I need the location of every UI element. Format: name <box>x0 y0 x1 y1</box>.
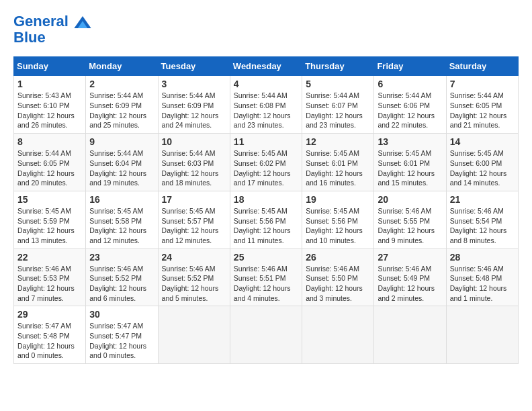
calendar-cell <box>158 306 230 364</box>
day-info: Sunrise: 5:46 AMSunset: 5:53 PMDaylight:… <box>17 264 82 304</box>
calendar-cell: 20Sunrise: 5:46 AMSunset: 5:55 PMDayligh… <box>374 191 446 248</box>
calendar-cell: 23Sunrise: 5:46 AMSunset: 5:52 PMDayligh… <box>86 248 158 306</box>
calendar-cell: 15Sunrise: 5:45 AMSunset: 5:59 PMDayligh… <box>14 191 86 248</box>
day-number: 18 <box>234 194 298 205</box>
logo-text: General <box>13 13 91 30</box>
calendar-cell: 22Sunrise: 5:46 AMSunset: 5:53 PMDayligh… <box>14 248 86 306</box>
day-number: 28 <box>450 252 515 263</box>
day-info: Sunrise: 5:44 AMSunset: 6:03 PMDaylight:… <box>162 148 226 188</box>
day-number: 19 <box>306 194 370 205</box>
day-number: 3 <box>162 79 226 89</box>
calendar-cell: 25Sunrise: 5:46 AMSunset: 5:51 PMDayligh… <box>230 248 302 306</box>
calendar-week-3: 15Sunrise: 5:45 AMSunset: 5:59 PMDayligh… <box>14 191 519 248</box>
day-info: Sunrise: 5:46 AMSunset: 5:50 PMDaylight:… <box>306 264 370 304</box>
day-info: Sunrise: 5:46 AMSunset: 5:48 PMDaylight:… <box>450 264 515 304</box>
day-number: 30 <box>89 309 154 320</box>
calendar-cell: 16Sunrise: 5:45 AMSunset: 5:58 PMDayligh… <box>86 191 158 248</box>
logo-text-blue: Blue <box>13 30 91 46</box>
day-info: Sunrise: 5:44 AMSunset: 6:04 PMDaylight:… <box>89 148 154 188</box>
day-number: 29 <box>17 309 82 320</box>
calendar-cell: 11Sunrise: 5:45 AMSunset: 6:02 PMDayligh… <box>230 134 302 191</box>
day-number: 25 <box>234 252 298 263</box>
day-info: Sunrise: 5:45 AMSunset: 6:01 PMDaylight:… <box>306 148 370 188</box>
col-header-sunday: Sunday <box>14 57 86 76</box>
day-info: Sunrise: 5:45 AMSunset: 5:59 PMDaylight:… <box>17 206 82 246</box>
day-info: Sunrise: 5:45 AMSunset: 6:00 PMDaylight:… <box>450 148 515 188</box>
calendar-cell: 5Sunrise: 5:44 AMSunset: 6:07 PMDaylight… <box>302 76 374 134</box>
calendar-week-5: 29Sunrise: 5:47 AMSunset: 5:48 PMDayligh… <box>14 306 519 364</box>
day-number: 9 <box>89 136 154 147</box>
calendar-week-1: 1Sunrise: 5:43 AMSunset: 6:10 PMDaylight… <box>14 76 519 134</box>
day-info: Sunrise: 5:45 AMSunset: 6:02 PMDaylight:… <box>234 148 298 188</box>
calendar-cell: 8Sunrise: 5:44 AMSunset: 6:05 PMDaylight… <box>14 134 86 191</box>
day-info: Sunrise: 5:46 AMSunset: 5:51 PMDaylight:… <box>234 264 298 304</box>
calendar-cell: 26Sunrise: 5:46 AMSunset: 5:50 PMDayligh… <box>302 248 374 306</box>
day-number: 12 <box>306 136 370 147</box>
day-number: 6 <box>378 79 442 89</box>
calendar-cell: 14Sunrise: 5:45 AMSunset: 6:00 PMDayligh… <box>446 134 518 191</box>
day-info: Sunrise: 5:46 AMSunset: 5:55 PMDaylight:… <box>378 206 442 246</box>
day-info: Sunrise: 5:44 AMSunset: 6:05 PMDaylight:… <box>17 148 82 188</box>
day-info: Sunrise: 5:45 AMSunset: 6:01 PMDaylight:… <box>378 148 442 188</box>
day-info: Sunrise: 5:44 AMSunset: 6:05 PMDaylight:… <box>450 91 515 130</box>
calendar-week-4: 22Sunrise: 5:46 AMSunset: 5:53 PMDayligh… <box>14 248 519 306</box>
calendar-cell: 4Sunrise: 5:44 AMSunset: 6:08 PMDaylight… <box>230 76 302 134</box>
col-header-friday: Friday <box>374 57 446 76</box>
calendar-cell: 21Sunrise: 5:46 AMSunset: 5:54 PMDayligh… <box>446 191 518 248</box>
day-number: 22 <box>17 252 82 263</box>
calendar-week-2: 8Sunrise: 5:44 AMSunset: 6:05 PMDaylight… <box>14 134 519 191</box>
calendar-cell: 24Sunrise: 5:46 AMSunset: 5:52 PMDayligh… <box>158 248 230 306</box>
day-number: 8 <box>17 136 82 147</box>
calendar-cell: 3Sunrise: 5:44 AMSunset: 6:09 PMDaylight… <box>158 76 230 134</box>
calendar-cell: 12Sunrise: 5:45 AMSunset: 6:01 PMDayligh… <box>302 134 374 191</box>
calendar-cell: 10Sunrise: 5:44 AMSunset: 6:03 PMDayligh… <box>158 134 230 191</box>
day-info: Sunrise: 5:45 AMSunset: 5:56 PMDaylight:… <box>234 206 298 246</box>
calendar-cell: 1Sunrise: 5:43 AMSunset: 6:10 PMDaylight… <box>14 76 86 134</box>
calendar-cell: 27Sunrise: 5:46 AMSunset: 5:49 PMDayligh… <box>374 248 446 306</box>
day-number: 15 <box>17 194 82 205</box>
calendar-cell: 9Sunrise: 5:44 AMSunset: 6:04 PMDaylight… <box>86 134 158 191</box>
day-number: 10 <box>162 136 226 147</box>
day-info: Sunrise: 5:45 AMSunset: 5:58 PMDaylight:… <box>89 206 154 246</box>
calendar-cell: 18Sunrise: 5:45 AMSunset: 5:56 PMDayligh… <box>230 191 302 248</box>
calendar-cell: 19Sunrise: 5:45 AMSunset: 5:56 PMDayligh… <box>302 191 374 248</box>
day-info: Sunrise: 5:45 AMSunset: 5:57 PMDaylight:… <box>162 206 226 246</box>
day-number: 27 <box>378 252 442 263</box>
day-info: Sunrise: 5:43 AMSunset: 6:10 PMDaylight:… <box>17 91 82 130</box>
day-number: 1 <box>17 79 82 89</box>
day-number: 26 <box>306 252 370 263</box>
logo: General Blue <box>13 13 91 46</box>
day-number: 7 <box>450 79 515 89</box>
day-info: Sunrise: 5:46 AMSunset: 5:49 PMDaylight:… <box>378 264 442 304</box>
day-info: Sunrise: 5:44 AMSunset: 6:09 PMDaylight:… <box>162 91 226 130</box>
col-header-saturday: Saturday <box>446 57 518 76</box>
day-info: Sunrise: 5:44 AMSunset: 6:06 PMDaylight:… <box>378 91 442 130</box>
day-number: 13 <box>378 136 442 147</box>
day-number: 5 <box>306 79 370 89</box>
day-info: Sunrise: 5:45 AMSunset: 5:56 PMDaylight:… <box>306 206 370 246</box>
day-number: 14 <box>450 136 515 147</box>
day-info: Sunrise: 5:46 AMSunset: 5:52 PMDaylight:… <box>89 264 154 304</box>
calendar-cell: 30Sunrise: 5:47 AMSunset: 5:47 PMDayligh… <box>86 306 158 364</box>
col-header-wednesday: Wednesday <box>230 57 302 76</box>
col-header-monday: Monday <box>86 57 158 76</box>
calendar-cell <box>374 306 446 364</box>
day-number: 24 <box>162 252 226 263</box>
calendar-cell: 29Sunrise: 5:47 AMSunset: 5:48 PMDayligh… <box>14 306 86 364</box>
day-number: 17 <box>162 194 226 205</box>
day-info: Sunrise: 5:46 AMSunset: 5:52 PMDaylight:… <box>162 264 226 304</box>
day-number: 16 <box>89 194 154 205</box>
calendar-cell: 28Sunrise: 5:46 AMSunset: 5:48 PMDayligh… <box>446 248 518 306</box>
day-info: Sunrise: 5:44 AMSunset: 6:07 PMDaylight:… <box>306 91 370 130</box>
calendar-cell <box>302 306 374 364</box>
day-number: 20 <box>378 194 442 205</box>
calendar-cell: 6Sunrise: 5:44 AMSunset: 6:06 PMDaylight… <box>374 76 446 134</box>
calendar-cell: 17Sunrise: 5:45 AMSunset: 5:57 PMDayligh… <box>158 191 230 248</box>
day-info: Sunrise: 5:44 AMSunset: 6:09 PMDaylight:… <box>89 91 154 130</box>
day-number: 11 <box>234 136 298 147</box>
day-number: 2 <box>89 79 154 89</box>
day-info: Sunrise: 5:47 AMSunset: 5:47 PMDaylight:… <box>89 321 154 361</box>
day-info: Sunrise: 5:46 AMSunset: 5:54 PMDaylight:… <box>450 206 515 246</box>
calendar-cell: 13Sunrise: 5:45 AMSunset: 6:01 PMDayligh… <box>374 134 446 191</box>
day-number: 23 <box>89 252 154 263</box>
